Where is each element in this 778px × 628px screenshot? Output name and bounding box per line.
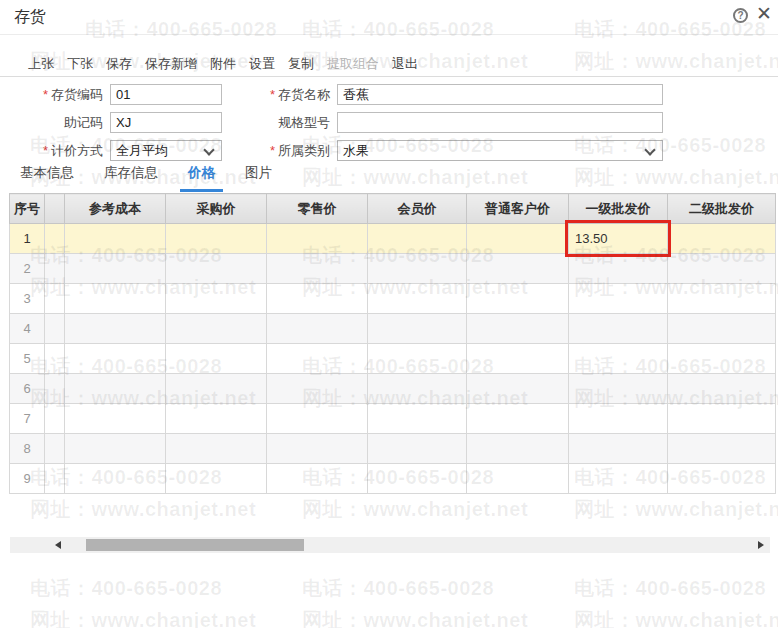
cell-member-price[interactable] [368, 314, 467, 344]
row-number[interactable]: 3 [10, 284, 45, 314]
column-header-level1-wholesale-price[interactable]: 一级批发价 [569, 194, 668, 224]
row-number[interactable]: 2 [10, 254, 45, 284]
column-header-level2-wholesale-price[interactable]: 二级批发价 [668, 194, 776, 224]
cell-reference-cost[interactable] [65, 434, 166, 464]
cell-reference-cost[interactable] [65, 254, 166, 284]
toolbar-button-copy[interactable]: 复制 [288, 56, 314, 71]
cell-reference-cost[interactable] [65, 464, 166, 494]
toolbar-button-next[interactable]: 下张 [67, 56, 93, 71]
column-header-regular-customer-price[interactable]: 普通客户价 [467, 194, 569, 224]
cell-level2-wholesale-price[interactable] [668, 404, 776, 434]
row-number[interactable]: 5 [10, 344, 45, 374]
toolbar-button-save-new[interactable]: 保存新增 [145, 56, 197, 71]
cell-level2-wholesale-price[interactable] [668, 344, 776, 374]
category-dropdown[interactable]: 水果 [337, 140, 663, 161]
row-number[interactable]: 4 [10, 314, 45, 344]
cell-regular-customer-price[interactable] [467, 464, 569, 494]
close-icon[interactable]: ✕ [756, 3, 772, 25]
cell-level2-wholesale-price[interactable] [668, 434, 776, 464]
cell-retail-price[interactable] [267, 254, 368, 284]
row-number[interactable]: 8 [10, 434, 45, 464]
cell-retail-price[interactable] [267, 284, 368, 314]
cell-level1-wholesale-price[interactable] [569, 314, 668, 344]
tab-stock-info[interactable]: 库存信息 [96, 164, 166, 189]
toolbar-button-attachment[interactable]: 附件 [210, 56, 236, 71]
row-selector-cell[interactable] [45, 344, 65, 374]
cell-member-price[interactable] [368, 284, 467, 314]
row-selector-cell[interactable] [45, 434, 65, 464]
row-number[interactable]: 7 [10, 404, 45, 434]
row-selector-cell[interactable] [45, 464, 65, 494]
cell-reference-cost[interactable] [65, 404, 166, 434]
column-header-member-price[interactable]: 会员价 [368, 194, 467, 224]
cell-level1-wholesale-price[interactable] [569, 434, 668, 464]
cell-reference-cost[interactable] [65, 314, 166, 344]
cell-level1-wholesale-price[interactable] [569, 344, 668, 374]
cell-purchase-price[interactable] [166, 464, 267, 494]
cell-purchase-price[interactable] [166, 374, 267, 404]
row-selector-cell[interactable] [45, 374, 65, 404]
cell-level1-wholesale-price[interactable]: 13.50 [569, 224, 668, 254]
column-header-reference-cost[interactable]: 参考成本 [65, 194, 166, 224]
cell-level1-wholesale-price[interactable] [569, 254, 668, 284]
toolbar-button-prev[interactable]: 上张 [28, 56, 54, 71]
cell-level2-wholesale-price[interactable] [668, 314, 776, 344]
cell-member-price[interactable] [368, 254, 467, 284]
cell-purchase-price[interactable] [166, 434, 267, 464]
cell-level2-wholesale-price[interactable] [668, 224, 776, 254]
cell-retail-price[interactable] [267, 314, 368, 344]
cell-level2-wholesale-price[interactable] [668, 374, 776, 404]
cell-regular-customer-price[interactable] [467, 374, 569, 404]
cell-reference-cost[interactable] [65, 344, 166, 374]
cell-reference-cost[interactable] [65, 284, 166, 314]
scroll-right-arrow-icon[interactable] [758, 541, 764, 549]
cell-member-price[interactable] [368, 434, 467, 464]
tab-image[interactable]: 图片 [237, 164, 280, 189]
cell-member-price[interactable] [368, 344, 467, 374]
cell-reference-cost[interactable] [65, 224, 166, 254]
row-selector-cell[interactable] [45, 314, 65, 344]
toolbar-button-settings[interactable]: 设置 [249, 56, 275, 71]
cell-retail-price[interactable] [267, 464, 368, 494]
cell-level1-wholesale-price[interactable] [569, 374, 668, 404]
row-selector-cell[interactable] [45, 404, 65, 434]
cell-purchase-price[interactable] [166, 224, 267, 254]
cell-purchase-price[interactable] [166, 254, 267, 284]
row-number[interactable]: 6 [10, 374, 45, 404]
tab-basic-info[interactable]: 基本信息 [12, 164, 82, 189]
cell-level1-wholesale-price[interactable] [569, 284, 668, 314]
column-header-purchase-price[interactable]: 采购价 [166, 194, 267, 224]
cell-retail-price[interactable] [267, 374, 368, 404]
column-header-index[interactable]: 序号 [10, 194, 45, 224]
toolbar-button-save[interactable]: 保存 [106, 56, 132, 71]
row-selector-cell[interactable] [45, 254, 65, 284]
column-header-selector[interactable] [45, 194, 65, 224]
cell-purchase-price[interactable] [166, 404, 267, 434]
cell-retail-price[interactable] [267, 434, 368, 464]
cell-retail-price[interactable] [267, 404, 368, 434]
tab-price[interactable]: 价格 [180, 164, 223, 192]
cell-member-price[interactable] [368, 404, 467, 434]
horizontal-scrollbar[interactable] [10, 537, 770, 553]
cell-level2-wholesale-price[interactable] [668, 464, 776, 494]
cell-regular-customer-price[interactable] [467, 254, 569, 284]
scroll-left-arrow-icon[interactable] [55, 541, 61, 549]
cell-regular-customer-price[interactable] [467, 284, 569, 314]
cell-retail-price[interactable] [267, 344, 368, 374]
cell-reference-cost[interactable] [65, 374, 166, 404]
spec-model-field[interactable] [337, 112, 663, 133]
cell-regular-customer-price[interactable] [467, 344, 569, 374]
inventory-name-field[interactable] [337, 84, 663, 105]
scrollbar-thumb[interactable] [86, 539, 304, 551]
cell-regular-customer-price[interactable] [467, 404, 569, 434]
cell-regular-customer-price[interactable] [467, 224, 569, 254]
cell-purchase-price[interactable] [166, 284, 267, 314]
toolbar-button-exit[interactable]: 退出 [392, 56, 418, 71]
cell-member-price[interactable] [368, 374, 467, 404]
cell-regular-customer-price[interactable] [467, 314, 569, 344]
cell-level1-wholesale-price[interactable] [569, 404, 668, 434]
cell-purchase-price[interactable] [166, 314, 267, 344]
cell-purchase-price[interactable] [166, 344, 267, 374]
row-number[interactable]: 9 [10, 464, 45, 494]
column-header-retail-price[interactable]: 零售价 [267, 194, 368, 224]
